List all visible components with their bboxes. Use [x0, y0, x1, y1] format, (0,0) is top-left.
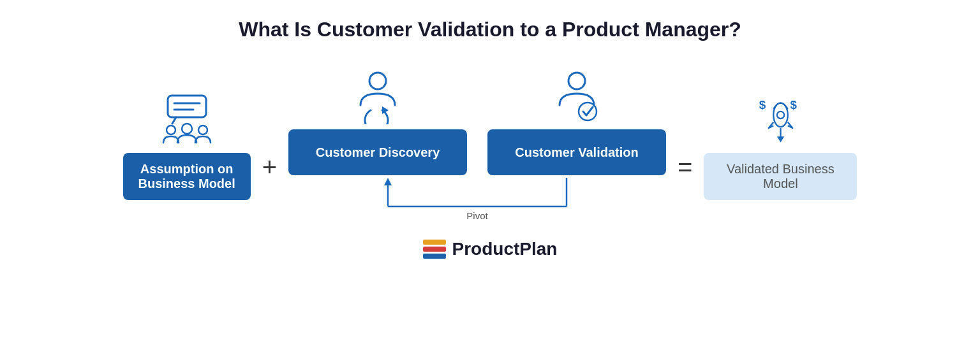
- equals-operator: =: [678, 153, 692, 182]
- svg-rect-0: [168, 96, 206, 117]
- discovery-validation-group: Customer Discovery: [288, 61, 666, 224]
- equals-operator-wrap: =: [666, 103, 704, 182]
- customer-validation-box: Customer Validation: [487, 129, 666, 175]
- rocket-icon: $ $: [757, 90, 805, 148]
- svg-point-5: [198, 126, 207, 134]
- validated-model-box: Validated Business Model: [704, 153, 857, 200]
- pivot-arrow-area: Pivot: [292, 178, 662, 224]
- validation-icon-area: [548, 61, 605, 124]
- discovery-icon-area: [349, 61, 406, 124]
- brand-name: ProductPlan: [452, 239, 558, 259]
- svg-text:Pivot: Pivot: [466, 210, 488, 221]
- assumption-box: Assumption on Business Model: [123, 153, 251, 200]
- svg-marker-13: [384, 178, 392, 185]
- logo-bar-red: [423, 247, 446, 252]
- svg-point-3: [167, 126, 175, 134]
- assumption-block: Assumption on Business Model: [123, 84, 251, 200]
- logo-bar-blue: [423, 254, 446, 259]
- svg-point-6: [369, 73, 386, 89]
- pivot-arrow-svg: Pivot: [292, 178, 662, 224]
- customer-validation-block: Customer Validation: [487, 61, 666, 175]
- logo-bar-orange: [423, 240, 446, 245]
- svg-text:$: $: [759, 98, 766, 112]
- diagram-row: Assumption on Business Model +: [0, 61, 980, 224]
- assumption-icon-area: [158, 84, 216, 148]
- svg-point-4: [182, 124, 192, 134]
- validated-icon-area: $ $: [757, 84, 805, 148]
- svg-text:$: $: [790, 98, 797, 112]
- plus-operator: +: [262, 153, 277, 182]
- customer-discovery-block: Customer Discovery: [288, 61, 467, 175]
- svg-point-8: [568, 73, 585, 89]
- productplan-logo-bars: [423, 240, 446, 259]
- plus-operator-wrap: +: [251, 103, 288, 182]
- svg-point-9: [579, 103, 597, 120]
- disc-val-row: Customer Discovery: [288, 61, 666, 175]
- page-title: What Is Customer Validation to a Product…: [239, 18, 741, 41]
- customer-discovery-box: Customer Discovery: [288, 129, 467, 175]
- discovery-icon: [349, 67, 406, 124]
- assumption-icon: [158, 90, 216, 148]
- footer: ProductPlan: [423, 239, 558, 259]
- validated-model-block: $ $ Validated Business Model: [704, 84, 857, 200]
- svg-point-18: [777, 112, 784, 119]
- svg-marker-20: [777, 136, 784, 142]
- validation-icon: [548, 67, 605, 124]
